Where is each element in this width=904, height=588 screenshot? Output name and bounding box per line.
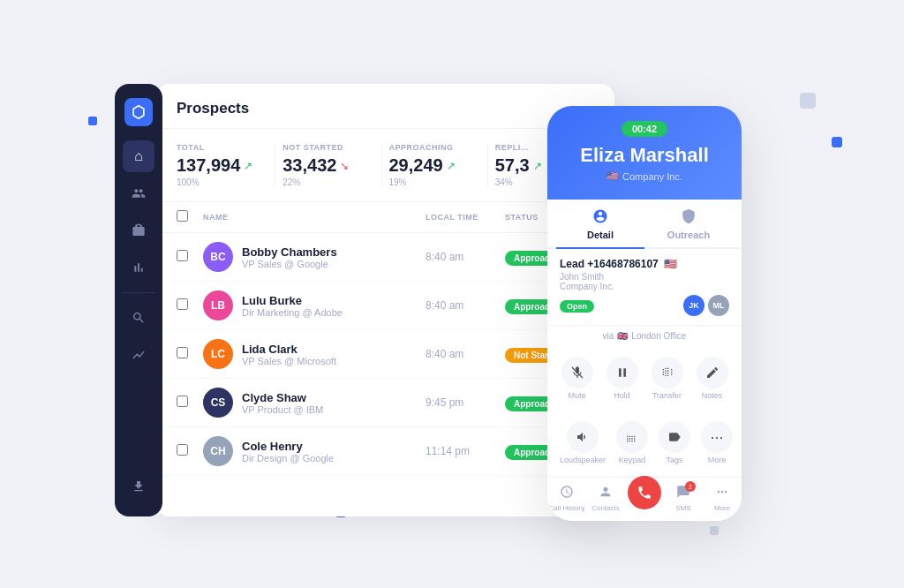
stat-not-started: NOT STARTED 33,432 ↘ 22% xyxy=(275,143,381,187)
keypad-label: Keypad xyxy=(619,456,646,464)
mute-label: Mute xyxy=(568,391,585,400)
nav-end-call[interactable] xyxy=(625,485,664,512)
decorative-dot-tr xyxy=(832,137,842,147)
phone-nav: Call History Contacts 2 SMS More xyxy=(547,477,742,521)
nav-more[interactable]: More xyxy=(703,485,742,512)
sidebar-item-chart[interactable] xyxy=(123,252,154,283)
phone-top: 00:42 Eliza Marshall 🇺🇸 Company Inc. xyxy=(547,106,742,200)
row-check-2[interactable] xyxy=(177,298,203,313)
stat-total-arrow: ↗ xyxy=(244,160,252,172)
logo-icon xyxy=(130,103,147,121)
hold-icon xyxy=(606,357,638,388)
row-name-bobby: Bobby Chambers xyxy=(242,245,426,259)
row-check-3[interactable] xyxy=(177,346,203,362)
table-row[interactable]: BC Bobby Chambers VP Sales @ Google 8:40… xyxy=(155,233,614,282)
lead-company: Company Inc. xyxy=(560,282,729,291)
tags-button[interactable]: Tags xyxy=(655,414,694,471)
keypad-button[interactable]: Keypad xyxy=(613,414,652,471)
stat-total-label: TOTAL xyxy=(177,143,260,152)
nav-sms[interactable]: 2 SMS xyxy=(664,485,703,512)
lead-info: Lead +16468786107 🇺🇸 John Smith Company … xyxy=(547,249,742,326)
row-checkbox-4[interactable] xyxy=(177,396,188,407)
sidebar-item-analytics[interactable] xyxy=(123,339,154,371)
loudspeaker-button[interactable]: Loudspeaker xyxy=(556,414,609,471)
call-controls: Mute Hold Transfer Notes xyxy=(547,346,742,411)
tab-detail-label: Detail xyxy=(587,230,614,240)
panel-header: Prospects xyxy=(155,84,614,129)
row-check-4[interactable] xyxy=(177,395,203,411)
caller-company: 🇺🇸 Company Inc. xyxy=(561,170,727,182)
row-info-lida: Lida Clark VP Sales @ Microsoft xyxy=(242,343,426,366)
stat-not-started-value: 33,432 xyxy=(282,155,336,176)
row-checkbox-5[interactable] xyxy=(177,444,188,456)
row-role-clyde: VP Product @ IBM xyxy=(242,404,426,415)
mute-button[interactable]: Mute xyxy=(556,350,598,407)
hold-button[interactable]: Hold xyxy=(601,350,643,407)
tab-detail[interactable]: Detail xyxy=(556,200,644,249)
row-info-lulu: Lulu Burke Dir Marketing @ Adobe xyxy=(242,294,426,318)
more-button[interactable]: ··· More xyxy=(697,414,736,471)
mute-icon xyxy=(561,357,593,388)
stat-replies-arrow: ↗ xyxy=(533,160,542,172)
tab-outreach[interactable]: Outreach xyxy=(644,200,733,249)
row-checkbox-3[interactable] xyxy=(177,347,188,358)
detail-tab-icon xyxy=(556,208,644,228)
notes-button[interactable]: Notes xyxy=(691,350,733,407)
page-title: Prospects xyxy=(177,100,249,117)
header-check xyxy=(177,209,203,225)
row-time-clyde: 9:45 pm xyxy=(426,396,505,409)
lead-avatar-2: ML xyxy=(708,295,729,316)
stat-total-value-row: 137,994 ↗ xyxy=(177,155,260,176)
row-check-5[interactable] xyxy=(177,443,203,459)
sidebar-item-home[interactable]: ⌂ xyxy=(123,140,154,172)
row-info-bobby: Bobby Chambers VP Sales @ Google xyxy=(242,245,426,269)
col-name: NAME xyxy=(203,213,426,222)
nav-more-icon xyxy=(715,485,729,502)
contacts-label: Contacts xyxy=(591,504,620,512)
sidebar-item-users[interactable] xyxy=(123,177,154,209)
sidebar-divider xyxy=(123,292,154,293)
stat-total-pct: 100% xyxy=(177,177,260,187)
transfer-button[interactable]: Transfer xyxy=(646,350,688,407)
avatar-cole: CH xyxy=(203,436,233,466)
more-label: More xyxy=(708,456,727,464)
sidebar-item-download[interactable] xyxy=(123,471,154,502)
notes-label: Notes xyxy=(702,391,723,400)
row-name-lulu: Lulu Burke xyxy=(242,294,426,307)
decorative-dot-tl xyxy=(88,117,97,125)
hold-label: Hold xyxy=(614,391,630,400)
row-time-lulu: 8:40 am xyxy=(426,299,505,312)
row-checkbox-1[interactable] xyxy=(177,250,188,261)
select-all-checkbox[interactable] xyxy=(177,210,188,222)
row-name-cole: Cole Henry xyxy=(242,440,426,453)
lead-avatars: JK ML xyxy=(683,295,729,316)
avatar-bobby: BC xyxy=(203,242,233,272)
row-check-1[interactable] xyxy=(177,249,203,265)
table-row[interactable]: LC Lida Clark VP Sales @ Microsoft 8:40 … xyxy=(155,330,614,379)
stat-not-started-pct: 22% xyxy=(282,177,366,187)
app-logo xyxy=(124,98,153,126)
sidebar-item-briefcase[interactable] xyxy=(123,215,154,246)
nav-call-history[interactable]: Call History xyxy=(547,485,586,512)
stat-not-started-label: NOT STARTED xyxy=(282,143,366,152)
office-label: London Office xyxy=(631,331,686,341)
nav-contacts[interactable]: Contacts xyxy=(586,485,625,512)
company-name: Company Inc. xyxy=(622,171,682,182)
row-name-clyde: Clyde Shaw xyxy=(242,391,426,404)
stat-not-started-value-row: 33,432 ↘ xyxy=(282,155,366,176)
end-call-icon[interactable] xyxy=(628,476,661,509)
stat-approaching-value: 29,249 xyxy=(389,155,443,176)
stat-not-started-arrow: ↘ xyxy=(340,160,349,172)
transfer-label: Transfer xyxy=(652,391,682,400)
table-row[interactable]: CH Cole Henry Dir Design @ Google 11:14 … xyxy=(155,427,614,476)
row-checkbox-2[interactable] xyxy=(177,298,188,310)
sidebar-item-search[interactable] xyxy=(123,302,154,334)
caller-name: Eliza Marshall xyxy=(561,144,727,167)
row-time-lida: 8:40 am xyxy=(426,348,505,360)
table-row[interactable]: CS Clyde Shaw VP Product @ IBM 9:45 pm A… xyxy=(155,379,614,427)
table-row[interactable]: LB Lulu Burke Dir Marketing @ Adobe 8:40… xyxy=(155,282,614,330)
row-role-lida: VP Sales @ Microsoft xyxy=(242,356,426,366)
stat-approaching-label: APPROACHING xyxy=(389,143,473,152)
transfer-icon xyxy=(652,357,683,388)
phone-tabs: Detail Outreach xyxy=(547,200,742,249)
